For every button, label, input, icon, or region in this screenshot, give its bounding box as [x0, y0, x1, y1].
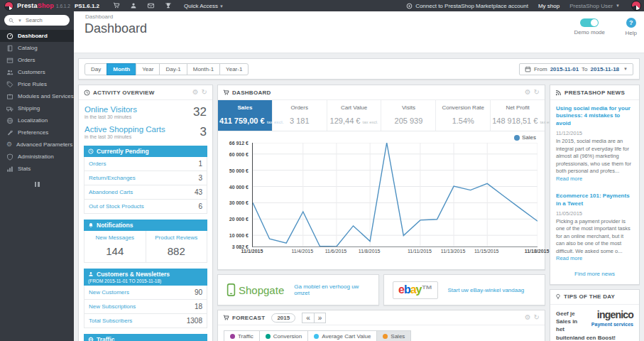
online-visitors-metric[interactable]: Online Visitors in the last 30 minutes 3…: [79, 100, 212, 120]
new-customers-row[interactable]: New Customers90: [84, 286, 207, 300]
traffic-section: Traffic (FROM 2015-11-01 TO 2015-11-18) …: [84, 334, 207, 341]
forecast-toggle-conversion[interactable]: Conversion: [259, 330, 308, 341]
my-shop-link[interactable]: My shop: [538, 3, 560, 9]
kpi-net-profit[interactable]: Net Profit 148 918,51 € tax excl.: [490, 100, 545, 131]
sidebar-item-label: Stats: [18, 166, 31, 172]
forecast-toggle-traffic[interactable]: Traffic: [224, 330, 260, 341]
chart-legend[interactable]: Sales: [514, 134, 536, 141]
news-article-title[interactable]: Ecommerce 101: Payments in a Tweet: [556, 193, 633, 207]
kpi-orders[interactable]: Orders 3 181: [272, 100, 327, 131]
trophy-icon[interactable]: [165, 2, 172, 9]
news-article-title[interactable]: Using social media for your business: 4 …: [556, 105, 633, 127]
refresh-icon[interactable]: ↻: [534, 89, 540, 96]
ebay-banner: ebay™ Start uw eBay-winkel vandaag: [383, 274, 545, 305]
search-icon: [9, 18, 14, 23]
sidebar-item-label: Price Rules: [18, 81, 47, 87]
date-range-picker[interactable]: From2015-11-01 To2015-11-18 ▼: [519, 63, 633, 75]
kpi-conversion-rate[interactable]: Conversion Rate 1.54%: [435, 100, 490, 131]
caret-down-icon: ▼: [219, 4, 224, 9]
read-more-link[interactable]: Read more: [556, 255, 582, 261]
sidebar-item-preferences[interactable]: Preferences: [0, 126, 74, 139]
product-reviews-cell[interactable]: Product Reviews 882: [146, 231, 207, 262]
kpi-sales[interactable]: Sales 411 759,00 € tax excl.: [218, 100, 272, 131]
forecast-toggle-avg-cart-value[interactable]: Average Cart Value: [307, 330, 377, 341]
new-messages-cell[interactable]: New Messages 144: [84, 231, 146, 262]
refresh-icon[interactable]: ↻: [202, 89, 207, 96]
read-more-link[interactable]: Read more: [556, 175, 582, 182]
y-axis-tick-label: 30 000 €: [227, 200, 249, 205]
book-icon: [6, 45, 13, 52]
range-month-button[interactable]: Month: [107, 63, 136, 75]
person-icon: [88, 271, 94, 277]
sidebar-item-advanced-parameters[interactable]: ⚙ Advanced Parameters: [0, 139, 74, 151]
kpi-visits[interactable]: Visits 205 939: [381, 100, 435, 131]
pending-returns-row[interactable]: Return/Exchanges3: [84, 170, 207, 185]
news-article-excerpt: In 2015, social media are an integral pa…: [556, 138, 633, 183]
user-menu[interactable]: PrestaShop User▼: [569, 3, 620, 9]
sidebar-item-dashboard[interactable]: Dashboard: [0, 30, 74, 42]
cart-icon: [223, 315, 229, 321]
range-day-button[interactable]: Day: [84, 63, 107, 75]
demo-mode-toggle[interactable]: [580, 18, 599, 27]
prestashop-news-panel: PRESTASHOP NEWS Using social media for y…: [550, 85, 640, 285]
sidebar-item-modules[interactable]: Modules and Services: [0, 90, 74, 102]
sidebar-item-catalog[interactable]: Catalog: [0, 42, 74, 54]
panel-title: DASHBOARD: [232, 90, 271, 96]
y-axis-tick-label: 40 000 €: [227, 184, 249, 189]
panel-title: TIPS OF THE DAY: [564, 293, 615, 300]
y-axis-tick-label: 20 000 €: [227, 217, 249, 222]
quick-access-menu[interactable]: Quick Access▼: [184, 3, 224, 9]
pending-orders-row[interactable]: Orders1: [84, 157, 207, 171]
gear-icon[interactable]: ⚙: [525, 89, 531, 96]
conversion-dot-icon: [266, 334, 271, 339]
sidebar-item-stats[interactable]: Stats: [0, 163, 74, 175]
gear-icon[interactable]: ⚙: [525, 314, 531, 321]
sidebar-item-customers[interactable]: Customers: [0, 66, 74, 78]
new-subscriptions-row[interactable]: New Subscriptions18: [84, 299, 207, 314]
sidebar-item-administration[interactable]: Administration: [0, 151, 74, 163]
truck-icon: [6, 105, 13, 112]
total-subscribers-row[interactable]: Total Subscribers1308: [84, 313, 207, 328]
search-input[interactable]: [24, 16, 64, 24]
next-year-button[interactable]: »: [314, 313, 327, 323]
search-scope-caret-icon[interactable]: ▼: [18, 18, 22, 23]
previous-year-button[interactable]: «: [302, 313, 315, 323]
active-carts-metric[interactable]: Active Shopping Carts in the last 30 min…: [79, 120, 212, 140]
rss-icon: [555, 90, 562, 96]
gears-icon: ⚙: [6, 141, 12, 148]
brand-wordmark: PrestaShop: [17, 2, 54, 9]
x-axis-tick-label: 11/6/2015: [325, 249, 347, 254]
range-year-button[interactable]: Year: [136, 63, 160, 75]
clock-icon: [88, 148, 94, 154]
breadcrumb[interactable]: Dashboard: [85, 13, 113, 20]
forecast-toggle-sales[interactable]: Sales: [376, 330, 411, 341]
cart-icon[interactable]: [113, 2, 120, 9]
refresh-icon[interactable]: ↻: [534, 314, 540, 321]
sidebar-item-shipping[interactable]: Shipping: [0, 102, 74, 114]
sidebar-item-localization[interactable]: Localization: [0, 114, 74, 126]
gear-icon[interactable]: ⚙: [192, 89, 199, 96]
abandoned-carts-row[interactable]: Abandoned Carts43: [84, 185, 207, 200]
range-day-1-button[interactable]: Day-1: [159, 63, 187, 75]
shopgate-link[interactable]: Ga mobiel en verhoog uw omzet: [294, 283, 370, 296]
user-avatar[interactable]: [631, 1, 641, 11]
sidebar-search[interactable]: ▼: [4, 15, 70, 26]
ebay-link[interactable]: Start uw eBay-winkel vandaag: [448, 287, 525, 293]
range-month-1-button[interactable]: Month-1: [187, 63, 220, 75]
sidebar-collapse-button[interactable]: [34, 182, 40, 187]
range-year-1-button[interactable]: Year-1: [219, 63, 249, 75]
sidebar-item-price-rules[interactable]: Price Rules: [0, 78, 74, 90]
find-more-news-link[interactable]: Find more news: [550, 264, 639, 284]
sidebar-item-orders[interactable]: Orders: [0, 54, 74, 66]
currently-pending-section: Currently Pending Orders1 Return/Exchang…: [84, 146, 207, 214]
caret-down-icon: ▼: [616, 4, 620, 8]
kpi-cart-value[interactable]: Cart Value 129,44 € tax excl.: [327, 100, 381, 131]
marketplace-link[interactable]: Connect to PrestaShop Marketplace accoun…: [406, 3, 528, 9]
out-of-stock-row[interactable]: Out of Stock Products6: [84, 199, 207, 214]
forecast-nav: « »: [302, 313, 326, 323]
mail-icon[interactable]: [147, 2, 155, 9]
trademark-icon: ™: [422, 283, 432, 296]
help-icon[interactable]: ?: [626, 18, 636, 28]
y-axis-tick-label: 60 000 €: [227, 151, 249, 156]
customer-icon[interactable]: [130, 2, 137, 9]
